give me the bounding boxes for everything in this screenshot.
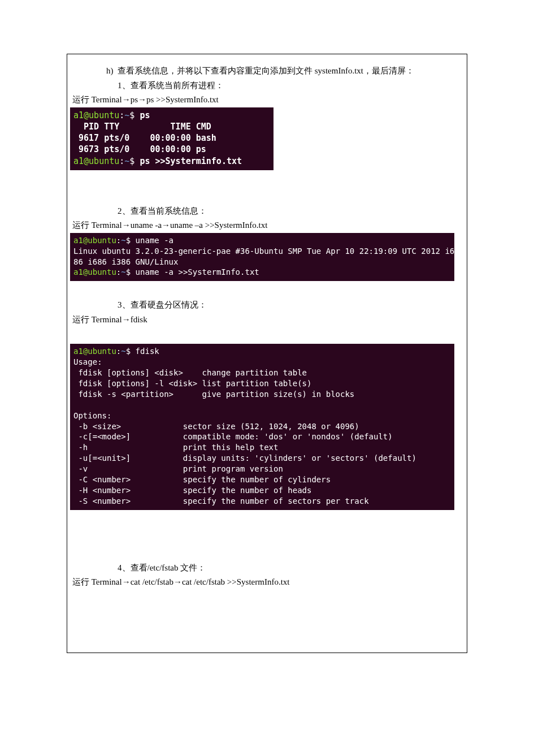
heading-text: 查看系统信息，并将以下查看内容重定向添加到文件 systemInfo.txt，最… [118, 66, 414, 75]
prompt-path: ~ [121, 347, 125, 356]
cmd-uname: uname -a [136, 236, 173, 245]
prompt-end: $ [129, 110, 134, 120]
fdisk-line: -h print this help text [73, 443, 278, 452]
prompt-user: a1@ubuntu [73, 347, 116, 356]
fdisk-line: Usage: [73, 357, 102, 366]
fdisk-line: fdisk -s <partition> give partition size… [73, 390, 354, 399]
step4-label: 4、查看/etc/fstab 文件： [118, 561, 462, 576]
prompt-end: $ [126, 236, 131, 245]
fdisk-line: -C <number> specify the number of cylind… [73, 475, 331, 484]
step2-label: 2、查看当前系统信息： [118, 204, 462, 219]
prompt-end: $ [129, 156, 134, 166]
prompt-path: ~ [121, 236, 125, 245]
fdisk-line: -S <number> specify the number of sector… [73, 496, 369, 506]
ps-row1: 9617 pts/0 00:00:00 bash [73, 133, 216, 143]
ps-row2: 9673 pts/0 00:00:00 ps [73, 144, 206, 154]
terminal-ps: a1@ubuntu:~$ ps PID TTY TIME CMD 9617 pt… [70, 107, 273, 170]
ps-header: PID TTY TIME CMD [73, 122, 211, 132]
step3-label: 3、查看硬盘分区情况： [118, 298, 462, 313]
prompt-end: $ [126, 267, 131, 277]
cmd-ps-redirect: ps >>Systerminfo.txt [140, 156, 242, 166]
prompt-sep: : [119, 156, 124, 166]
page: h) 查看系统信息，并将以下查看内容重定向添加到文件 systemInfo.tx… [0, 0, 534, 756]
terminal-fdisk: a1@ubuntu:~$ fdisk Usage: fdisk [options… [70, 344, 454, 509]
cmd-fdisk: fdisk [136, 347, 159, 356]
fdisk-line: -b <size> sector size (512, 1024, 2048 o… [73, 422, 359, 431]
prompt-user: a1@ubuntu [73, 110, 119, 120]
fdisk-line: -u[=<unit>] display units: 'cylinders' o… [73, 453, 416, 463]
uname-out-2: 86 i686 i386 GNU/Linux [73, 257, 178, 266]
fdisk-line: -c[=<mode>] compatible mode: 'dos' or 'n… [73, 432, 393, 441]
prompt-user: a1@ubuntu [73, 267, 116, 277]
fdisk-line: Options: [73, 411, 111, 420]
step1-run: 运行 Terminal→ps→ps >>SystermInfo.txt [72, 93, 462, 107]
fdisk-line: -H <number> specify the number of heads [73, 486, 311, 495]
prompt-user: a1@ubuntu [73, 236, 116, 245]
uname-out-1: Linux ubuntu 3.2.0-23-generic-pae #36-Ub… [73, 247, 454, 256]
prompt-sep: : [119, 110, 124, 120]
prompt-path: ~ [121, 267, 125, 277]
step3-run: 运行 Terminal→fdisk [72, 313, 462, 327]
fdisk-line: fdisk [options] <disk> change partition … [73, 368, 307, 377]
prompt-path: ~ [124, 156, 129, 166]
bullet-h: h) [106, 66, 114, 75]
content-area: h) 查看系统信息，并将以下查看内容重定向添加到文件 systemInfo.tx… [67, 54, 468, 595]
prompt-user: a1@ubuntu [73, 156, 119, 166]
step4-run: 运行 Terminal→cat /etc/fstab→cat /etc/fsta… [72, 575, 462, 590]
fdisk-line: -v print program version [73, 464, 283, 473]
terminal-uname: a1@ubuntu:~$ uname -a Linux ubuntu 3.2.0… [70, 233, 454, 282]
step2-run: 运行 Terminal→uname -a→uname –a >>SystermI… [72, 218, 462, 233]
section-h-heading: h) 查看系统信息，并将以下查看内容重定向添加到文件 systemInfo.tx… [106, 64, 462, 79]
fdisk-line: fdisk [options] -l <disk> list partition… [73, 379, 311, 388]
cmd-ps: ps [140, 110, 150, 120]
prompt-path: ~ [124, 110, 129, 120]
cmd-uname-redirect: uname -a >>SystermInfo.txt [136, 267, 259, 277]
step1-label: 1、查看系统当前所有进程： [118, 79, 462, 93]
prompt-end: $ [126, 347, 131, 356]
